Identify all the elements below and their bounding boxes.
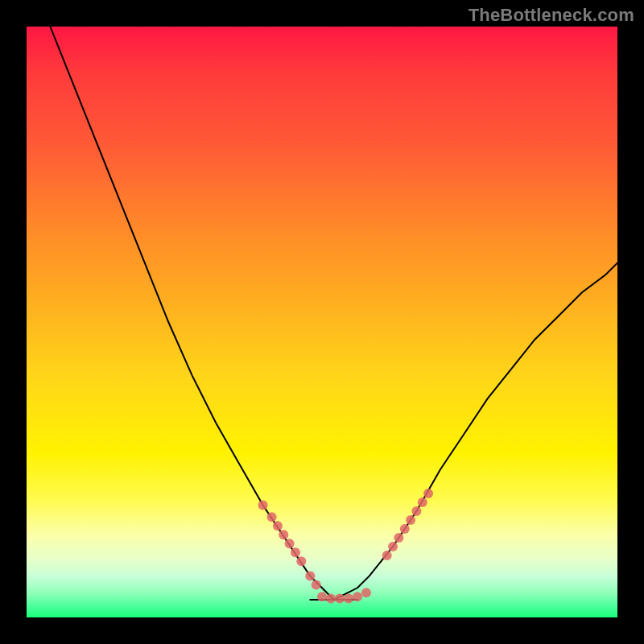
dot-left-dots bbox=[273, 521, 283, 530]
dot-right-dots bbox=[411, 506, 421, 516]
watermark-text: TheBottleneck.com bbox=[469, 5, 634, 26]
dot-right-dots bbox=[388, 542, 398, 551]
dot-bottom-dots bbox=[361, 588, 371, 597]
dot-left-dots bbox=[267, 512, 277, 522]
curve-left-curve bbox=[50, 27, 333, 600]
dot-bottom-dots bbox=[326, 594, 336, 604]
dot-left-dots bbox=[305, 572, 315, 581]
dot-right-dots bbox=[382, 551, 392, 560]
dot-left-dots bbox=[296, 556, 306, 566]
dot-right-dots bbox=[394, 533, 403, 543]
dot-left-dots bbox=[258, 501, 268, 510]
dot-bottom-dots bbox=[317, 592, 327, 601]
dot-left-dots bbox=[279, 530, 288, 539]
dot-left-dots bbox=[291, 547, 300, 557]
dot-left-dots bbox=[285, 539, 295, 548]
dot-bottom-dots bbox=[335, 594, 345, 604]
curve-right-curve bbox=[334, 263, 617, 600]
dot-bottom-dots bbox=[344, 594, 353, 604]
dot-bottom-dots bbox=[353, 592, 362, 601]
chart-svg bbox=[27, 27, 617, 617]
dot-right-dots bbox=[406, 515, 415, 525]
dot-right-dots bbox=[418, 497, 427, 507]
dot-right-dots bbox=[423, 489, 433, 498]
plot-area bbox=[27, 27, 617, 617]
chart-frame: TheBottleneck.com bbox=[0, 0, 644, 644]
dot-right-dots bbox=[400, 524, 410, 534]
dot-left-dots bbox=[312, 580, 321, 590]
